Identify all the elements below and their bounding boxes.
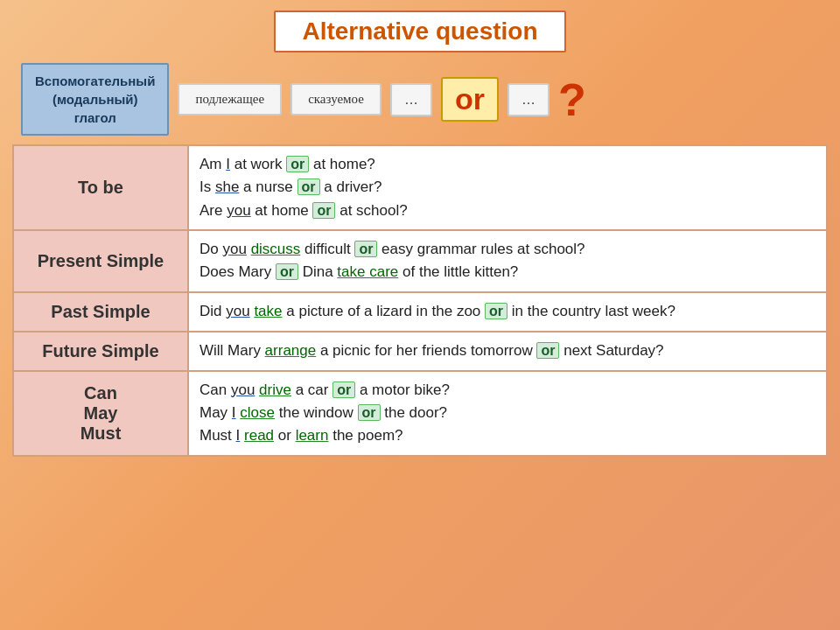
table-row-can-may-must: CanMayMust Can you drive a car or a moto… bbox=[13, 371, 827, 456]
label-future-simple: Future Simple bbox=[13, 332, 188, 371]
aux-verb-label: Вспомогательный (модальный) глагол bbox=[21, 63, 169, 136]
content-to-be: Am I at work or at home? Is she a nurse … bbox=[188, 145, 827, 230]
label-present-simple: Present Simple bbox=[13, 230, 188, 292]
table-row-past-simple: Past Simple Did you take a picture of a … bbox=[13, 292, 827, 332]
content-present-simple: Do you discuss difficult or easy grammar… bbox=[188, 230, 827, 292]
content-can-may-must: Can you drive a car or a motor bike? May… bbox=[188, 371, 827, 456]
subject-label: подлежащее bbox=[178, 83, 282, 116]
content-past-simple: Did you take a picture of a lizard in th… bbox=[188, 292, 827, 332]
header-structure-row: Вспомогательный (модальный) глагол подле… bbox=[12, 63, 828, 136]
table-row-present-simple: Present Simple Do you discuss difficult … bbox=[13, 230, 827, 292]
table-row-to-be: To be Am I at work or at home? Is she a … bbox=[13, 145, 827, 230]
predicate-label: сказуемое bbox=[290, 83, 382, 116]
dots-after-or: … bbox=[508, 83, 550, 116]
label-past-simple: Past Simple bbox=[13, 292, 188, 332]
label-can-may-must: CanMayMust bbox=[13, 371, 188, 456]
content-future-simple: Will Mary arrange a picnic for her frien… bbox=[188, 332, 827, 371]
question-mark-icon: ? bbox=[558, 77, 586, 122]
or-label: or bbox=[441, 77, 499, 122]
dots-before-or: … bbox=[390, 83, 432, 116]
table-row-future-simple: Future Simple Will Mary arrange a picnic… bbox=[13, 332, 827, 371]
page-title: Alternative question bbox=[274, 10, 565, 52]
grammar-table: To be Am I at work or at home? Is she a … bbox=[12, 144, 828, 457]
label-to-be: To be bbox=[13, 145, 188, 230]
